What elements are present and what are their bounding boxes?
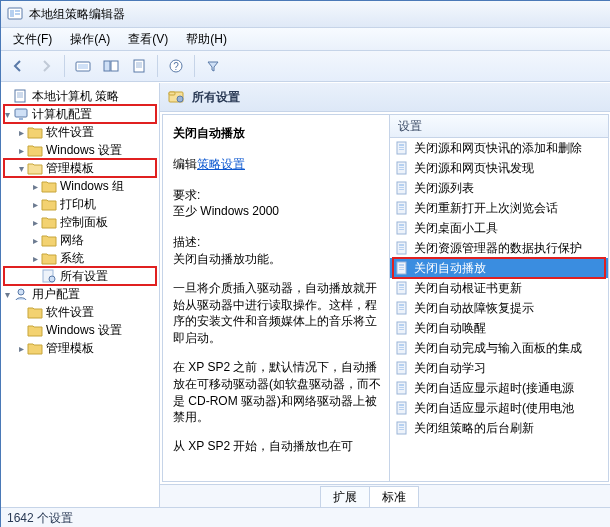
setting-row[interactable]: 关闭自动故障恢复提示 — [390, 298, 608, 318]
policy-icon — [394, 360, 410, 376]
tree-pane[interactable]: ▸本地计算机 策略▾计算机配置▸软件设置▸Windows 设置▾管理模板▸Win… — [1, 83, 160, 507]
policy-icon — [394, 400, 410, 416]
setting-row[interactable]: 关闭自动根证书更新 — [390, 278, 608, 298]
tree-root[interactable]: ▸本地计算机 策略 — [1, 87, 159, 105]
filter-button[interactable] — [200, 53, 226, 79]
tree-admin-child-1[interactable]: ▸打印机 — [1, 195, 159, 213]
tree-computer-config[interactable]: ▾计算机配置 — [1, 105, 159, 123]
svg-rect-73 — [399, 404, 404, 406]
setting-row[interactable]: 关闭桌面小工具 — [390, 218, 608, 238]
svg-rect-21 — [399, 144, 404, 146]
help-button[interactable]: ? — [163, 53, 189, 79]
svg-rect-22 — [399, 147, 404, 148]
setting-row[interactable]: 关闭资源管理器的数据执行保护 — [390, 238, 608, 258]
tree-admin-child-5-icon — [41, 269, 57, 283]
setting-label: 关闭源和网页快讯发现 — [414, 160, 534, 177]
description-p4: 从 XP SP2 开始，自动播放也在可 — [173, 438, 381, 455]
svg-rect-62 — [399, 347, 404, 348]
setting-label: 关闭组策略的后台刷新 — [414, 420, 534, 437]
column-header[interactable]: 设置 — [390, 115, 608, 138]
show-hide-tree-button[interactable] — [98, 53, 124, 79]
tree-admin-child-1-label: 打印机 — [60, 196, 96, 213]
tree-admin-child-4[interactable]: ▸系统 — [1, 249, 159, 267]
setting-row[interactable]: 关闭自适应显示超时(使用电池 — [390, 398, 608, 418]
svg-rect-13 — [19, 118, 23, 120]
setting-label: 关闭自动唤醒 — [414, 320, 486, 337]
setting-row[interactable]: 关闭源和网页快讯的添加和删除 — [390, 138, 608, 158]
svg-rect-39 — [399, 229, 404, 230]
tree-comp-child-0-label: 软件设置 — [46, 124, 94, 141]
edit-policy-link[interactable]: 策略设置 — [197, 157, 245, 171]
right-header-title: 所有设置 — [192, 89, 240, 106]
edit-link-row: 编辑策略设置 — [173, 156, 381, 173]
menu-action[interactable]: 操作(A) — [62, 29, 118, 50]
tree-user-child-1[interactable]: Windows 设置 — [1, 321, 159, 339]
tree-admin-child-2[interactable]: ▸控制面板 — [1, 213, 159, 231]
policy-icon — [394, 200, 410, 216]
properties-button[interactable] — [126, 53, 152, 79]
tree-comp-child-1[interactable]: ▸Windows 设置 — [1, 141, 159, 159]
description-p1: 关闭自动播放功能。 — [173, 251, 381, 268]
menubar: 文件(F) 操作(A) 查看(V) 帮助(H) — [1, 28, 610, 51]
gear-folder-icon — [168, 89, 186, 105]
svg-rect-31 — [399, 189, 404, 190]
nav-back-button[interactable] — [5, 53, 31, 79]
settings-list[interactable]: 关闭源和网页快讯的添加和删除关闭源和网页快讯发现关闭源列表关闭重新打开上次浏览会… — [390, 138, 608, 481]
tree-comp-child-0[interactable]: ▸软件设置 — [1, 123, 159, 141]
tab-standard[interactable]: 标准 — [369, 486, 419, 507]
tree-user-config-label: 用户配置 — [32, 286, 80, 303]
svg-rect-35 — [399, 209, 404, 210]
right-pane: 所有设置 关闭自动播放 编辑策略设置 要求: 至少 Windows 2000 描… — [160, 83, 610, 507]
tree-admin-templates-icon — [27, 161, 43, 175]
tree-comp-child-1-label: Windows 设置 — [46, 142, 122, 159]
svg-rect-41 — [399, 244, 404, 246]
right-header: 所有设置 — [160, 83, 610, 112]
setting-row[interactable]: 关闭自动播放 — [390, 258, 608, 278]
up-level-button[interactable] — [70, 53, 96, 79]
menu-view[interactable]: 查看(V) — [120, 29, 176, 50]
svg-rect-45 — [399, 264, 404, 266]
tree-admin-child-3[interactable]: ▸网络 — [1, 231, 159, 249]
setting-row[interactable]: 关闭源和网页快讯发现 — [390, 158, 608, 178]
content-body: ▸本地计算机 策略▾计算机配置▸软件设置▸Windows 设置▾管理模板▸Win… — [1, 82, 610, 507]
setting-row[interactable]: 关闭重新打开上次浏览会话 — [390, 198, 608, 218]
tree-user-config[interactable]: ▾用户配置 — [1, 285, 159, 303]
setting-row[interactable]: 关闭自动唤醒 — [390, 318, 608, 338]
svg-rect-27 — [399, 169, 404, 170]
setting-row[interactable]: 关闭自动完成与输入面板的集成 — [390, 338, 608, 358]
svg-rect-51 — [399, 289, 404, 290]
svg-rect-79 — [399, 429, 404, 430]
svg-rect-50 — [399, 287, 404, 288]
tree-admin-child-0[interactable]: ▸Windows 组 — [1, 177, 159, 195]
setting-label: 关闭自适应显示超时(使用电池 — [414, 400, 574, 417]
svg-rect-57 — [399, 324, 404, 326]
policy-icon — [394, 280, 410, 296]
tree-user-child-2[interactable]: ▸管理模板 — [1, 339, 159, 357]
setting-row[interactable]: 关闭组策略的后台刷新 — [390, 418, 608, 438]
tree-admin-templates[interactable]: ▾管理模板 — [1, 159, 159, 177]
policy-icon — [394, 140, 410, 156]
svg-rect-7 — [111, 61, 118, 71]
tree-admin-child-5-label: 所有设置 — [60, 268, 108, 285]
svg-rect-70 — [399, 387, 404, 388]
setting-row[interactable]: 关闭自适应显示超时(接通电源 — [390, 378, 608, 398]
svg-rect-46 — [399, 267, 404, 268]
setting-label: 关闭自动完成与输入面板的集成 — [414, 340, 582, 357]
policy-icon — [394, 420, 410, 436]
menu-file[interactable]: 文件(F) — [5, 29, 60, 50]
menu-help[interactable]: 帮助(H) — [178, 29, 235, 50]
tree-computer-config-icon — [13, 107, 29, 121]
setting-label: 关闭源和网页快讯的添加和删除 — [414, 140, 582, 157]
svg-rect-66 — [399, 367, 404, 368]
tab-extended[interactable]: 扩展 — [320, 486, 370, 507]
nav-forward-button[interactable] — [33, 53, 59, 79]
setting-row[interactable]: 关闭源列表 — [390, 178, 608, 198]
tree-admin-child-5[interactable]: ▸所有设置 — [1, 267, 159, 285]
svg-rect-69 — [399, 384, 404, 386]
svg-rect-12 — [15, 109, 27, 117]
setting-row[interactable]: 关闭自动学习 — [390, 358, 608, 378]
tree-user-child-0[interactable]: 软件设置 — [1, 303, 159, 321]
svg-rect-58 — [399, 327, 404, 328]
toolbar-separator — [157, 55, 158, 77]
tab-strip: 扩展 标准 — [160, 484, 610, 507]
